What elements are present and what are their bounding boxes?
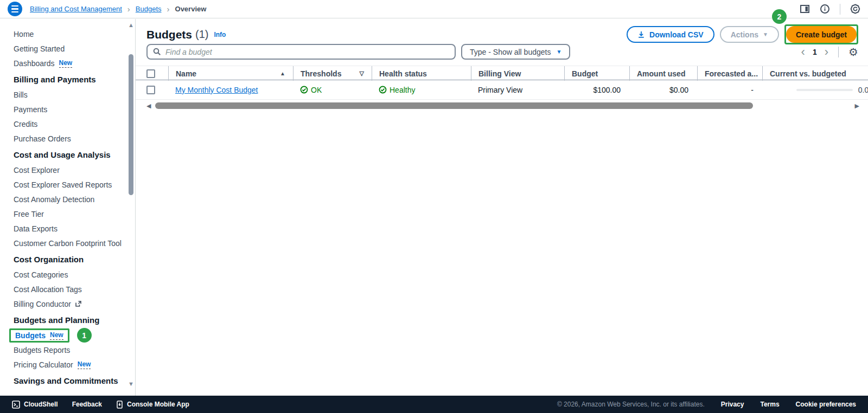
budget-name-link[interactable]: My Monthly Cost Budget xyxy=(175,86,258,94)
external-link-icon xyxy=(75,300,82,307)
sidebar-item-payments[interactable]: Payments xyxy=(0,102,135,117)
download-csv-button[interactable]: Download CSV xyxy=(627,26,714,43)
breadcrumb-separator-icon: › xyxy=(167,4,170,14)
amount-used-cell: $0.00 xyxy=(629,86,697,94)
page-title: Budgets xyxy=(146,28,192,41)
mobile-app-icon xyxy=(116,401,123,409)
settings-icon[interactable] xyxy=(850,4,860,14)
column-header-forecasted[interactable]: Forecasted a... xyxy=(697,66,762,81)
sidebar-scrollbar-thumb[interactable] xyxy=(129,54,133,195)
sidebar-item-pricing-calculator[interactable]: Pricing CalculatorNew xyxy=(0,357,135,372)
breadcrumb-separator-icon: › xyxy=(127,4,130,14)
table-header-row: Name ▲ Thresholds ▽ Health status Billin… xyxy=(136,66,868,80)
sidebar-section-budgets-and-planning: Budgets and Planning xyxy=(0,312,135,328)
sidebar-item-data-exports[interactable]: Data Exports xyxy=(0,221,135,236)
top-navigation-bar: Billing and Cost Management › Budgets › … xyxy=(0,0,868,18)
sidebar-item-billing-conductor[interactable]: Billing Conductor xyxy=(0,296,135,311)
annotation-box-budgets: Budgets New xyxy=(9,328,69,343)
caret-down-icon: ▼ xyxy=(556,49,561,55)
sidebar-item-cost-explorer[interactable]: Cost Explorer xyxy=(0,163,135,177)
table-preferences-gear-icon[interactable]: ⚙ xyxy=(848,47,858,57)
new-badge: New xyxy=(50,331,63,340)
column-header-health-status[interactable]: Health status xyxy=(372,66,471,81)
split-panel-icon[interactable] xyxy=(800,4,810,14)
sidebar-navigation: Home Getting Started DashboardsNew Billi… xyxy=(0,19,136,396)
main-content: Budgets (1) Info Download CSV Actions ▼ … xyxy=(136,19,868,396)
info-icon[interactable] xyxy=(820,4,830,14)
sidebar-scroll-up-icon[interactable]: ▲ xyxy=(128,22,134,28)
select-all-checkbox[interactable] xyxy=(146,69,155,78)
topbar-divider xyxy=(840,4,840,15)
console-mobile-app-button[interactable]: Console Mobile App xyxy=(116,401,189,409)
sidebar-item-free-tier[interactable]: Free Tier xyxy=(0,206,135,221)
download-icon xyxy=(637,31,645,38)
sidebar-item-credits[interactable]: Credits xyxy=(0,117,135,131)
cloudshell-terminal-icon xyxy=(12,401,20,409)
column-header-current-vs-budgeted[interactable]: Current vs. budgeted xyxy=(762,66,868,81)
healthy-status-icon xyxy=(379,86,387,94)
type-filter-dropdown[interactable]: Type - Show all budgets ▼ xyxy=(461,44,570,60)
forecasted-cell: - xyxy=(697,86,762,94)
sidebar-item-purchase-orders[interactable]: Purchase Orders xyxy=(0,131,135,146)
terms-link[interactable]: Terms xyxy=(760,401,779,408)
sidebar-item-dashboards[interactable]: DashboardsNew xyxy=(0,56,135,70)
info-link[interactable]: Info xyxy=(214,31,226,38)
sort-ascending-icon[interactable]: ▲ xyxy=(280,70,285,76)
console-footer: CloudShell Feedback Console Mobile App ©… xyxy=(0,396,868,413)
scrollbar-thumb[interactable] xyxy=(155,102,753,109)
sidebar-item-budgets[interactable]: Budgets New 1 xyxy=(0,328,135,343)
sidebar-item-cost-anomaly-detection[interactable]: Cost Anomaly Detection xyxy=(0,192,135,206)
sidebar-item-cost-explorer-saved-reports[interactable]: Cost Explorer Saved Reports xyxy=(0,177,135,192)
sidebar-item-bills[interactable]: Bills xyxy=(0,87,135,102)
cloudshell-button[interactable]: CloudShell xyxy=(12,401,58,409)
scrollbar-track[interactable] xyxy=(155,102,850,109)
thresholds-status: OK xyxy=(300,86,322,94)
current-page-number[interactable]: 1 xyxy=(813,48,817,56)
copyright-text: © 2026, Amazon Web Services, Inc. or its… xyxy=(557,401,705,408)
pagination-divider xyxy=(838,47,839,57)
sidebar-section-savings-and-commitments: Savings and Commitments xyxy=(0,373,135,389)
sidebar-item-home[interactable]: Home xyxy=(0,27,135,41)
actions-button[interactable]: Actions ▼ xyxy=(720,26,779,43)
feedback-button[interactable]: Feedback xyxy=(72,401,102,408)
budgets-table: Name ▲ Thresholds ▽ Health status Billin… xyxy=(136,66,868,100)
create-budget-button[interactable]: Create budget xyxy=(786,26,857,43)
scroll-left-icon[interactable]: ◀ xyxy=(146,103,151,109)
column-header-thresholds[interactable]: Thresholds ▽ xyxy=(293,66,372,81)
next-page-button[interactable]: › xyxy=(825,46,828,58)
new-badge: New xyxy=(59,59,73,68)
row-checkbox[interactable] xyxy=(146,86,155,94)
caret-down-icon: ▼ xyxy=(763,31,768,37)
sidebar-scroll-down-icon[interactable]: ▼ xyxy=(128,380,134,387)
filter-icon[interactable]: ▽ xyxy=(360,70,364,77)
budget-progress-bar xyxy=(796,89,853,91)
ok-status-icon xyxy=(300,86,308,94)
sidebar-section-billing-and-payments: Billing and Payments xyxy=(0,72,135,87)
sidebar-item-cost-allocation-tags[interactable]: Cost Allocation Tags xyxy=(0,282,135,296)
sidebar-item-getting-started[interactable]: Getting Started xyxy=(0,41,135,56)
current-vs-budgeted-cell: 0.00 xyxy=(762,86,868,94)
sidebar-item-budgets-reports[interactable]: Budgets Reports xyxy=(0,343,135,357)
budget-amount-cell: $100.00 xyxy=(564,86,629,94)
column-header-billing-view[interactable]: Billing View xyxy=(471,66,564,81)
search-input[interactable] xyxy=(165,48,449,56)
scroll-right-icon[interactable]: ▶ xyxy=(855,103,859,109)
breadcrumb-billing-link[interactable]: Billing and Cost Management xyxy=(30,5,122,13)
sidebar-item-cost-categories[interactable]: Cost Categories xyxy=(0,267,135,282)
cookie-preferences-link[interactable]: Cookie preferences xyxy=(796,401,856,408)
annotation-step-2-badge: 2 xyxy=(772,9,787,24)
services-menu-icon[interactable] xyxy=(8,2,22,16)
sidebar-item-customer-carbon-footprint-tool[interactable]: Customer Carbon Footprint Tool xyxy=(0,236,135,250)
annotation-box-create-budget: Create budget xyxy=(784,24,858,44)
sidebar-section-cost-organization: Cost Organization xyxy=(0,251,135,267)
sidebar-section-cost-and-usage-analysis: Cost and Usage Analysis xyxy=(0,147,135,163)
column-header-budget[interactable]: Budget xyxy=(564,66,629,81)
health-status: Healthy xyxy=(379,86,415,94)
privacy-link[interactable]: Privacy xyxy=(721,401,744,408)
column-header-name[interactable]: Name ▲ xyxy=(168,66,293,81)
previous-page-button[interactable]: ‹ xyxy=(801,46,805,58)
budget-count: (1) xyxy=(195,28,208,41)
column-header-amount-used[interactable]: Amount used xyxy=(629,66,697,81)
new-badge: New xyxy=(78,360,91,369)
breadcrumb-budgets-link[interactable]: Budgets xyxy=(136,5,162,13)
